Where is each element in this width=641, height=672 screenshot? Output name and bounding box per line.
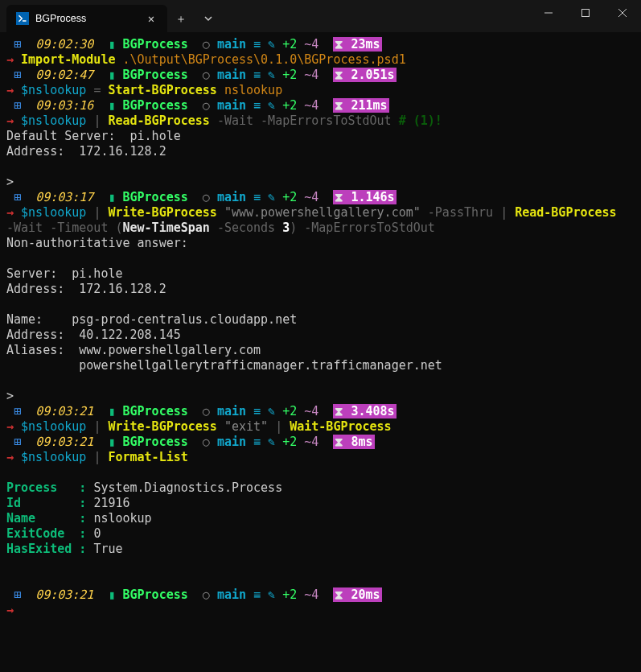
github-icon: ○	[203, 98, 210, 113]
prompt-modified: ~4	[304, 37, 318, 52]
prompt-time: 09:03:21	[35, 435, 93, 449]
prompt-arrow-icon: →	[6, 205, 14, 220]
command-line: → $nslookup = Start-BGProcess nslookup	[6, 83, 635, 98]
prompt-duration: ⧗ 8ms	[333, 435, 374, 449]
prompt-folder: BGProcess	[123, 68, 188, 82]
format-list-value: System.Diagnostics.Process	[93, 480, 282, 495]
prompt-branch: main	[217, 68, 246, 82]
prompt-branch: main	[217, 587, 246, 602]
format-list-value: nslookup	[93, 511, 151, 526]
command-line: → $nslookup | Format-List	[6, 450, 635, 465]
prompt-branch: main	[217, 190, 246, 204]
command-line-cont: -Wait -Timeout (New-TimeSpan -Seconds 3)…	[6, 221, 635, 236]
tab-dropdown-button[interactable]	[195, 5, 222, 32]
prompt-staged: +2	[282, 190, 297, 204]
github-icon: ○	[203, 68, 210, 82]
prompt-duration: ⧗ 1.146s	[333, 190, 396, 204]
prompt-folder: BGProcess	[123, 190, 188, 204]
new-tab-button[interactable]: ＋	[167, 5, 195, 32]
format-list-key: Process :	[6, 480, 86, 495]
branch-status-icons: ≡ ✎	[253, 587, 275, 602]
prompt-line: ⊞ 09:03:17 ▮ BGProcess ○ main ≡ ✎ +2 ~4 …	[6, 190, 635, 205]
output-line	[6, 373, 635, 389]
command-line: →	[6, 603, 635, 618]
format-list-key: HasExited :	[6, 542, 86, 556]
prompt-time: 09:03:21	[35, 404, 93, 418]
prompt-staged: +2	[282, 68, 297, 82]
prompt-branch: main	[217, 37, 246, 52]
folder-icon: ▮	[108, 404, 115, 418]
maximize-button[interactable]	[567, 0, 604, 26]
windows-icon: ⊞	[14, 587, 21, 602]
windows-icon: ⊞	[14, 435, 21, 449]
prompt-staged: +2	[282, 98, 297, 113]
windows-icon: ⊞	[14, 37, 21, 52]
terminal-content[interactable]: ⊞ 09:02:30 ▮ BGProcess ○ main ≡ ✎ +2 ~4 …	[0, 32, 641, 623]
format-list-row: HasExited : True	[6, 542, 635, 557]
prompt-branch: main	[217, 435, 246, 449]
tab-close-button[interactable]: ✕	[143, 11, 159, 27]
github-icon: ○	[203, 190, 210, 204]
windows-icon: ⊞	[14, 68, 21, 82]
output-line: Name: psg-prod-centralus.cloudapp.net	[6, 312, 635, 328]
folder-icon: ▮	[108, 587, 115, 602]
folder-icon: ▮	[108, 98, 115, 113]
prompt-folder: BGProcess	[123, 435, 188, 449]
prompt-duration: ⧗ 3.408s	[333, 404, 396, 418]
output-line: Server: pi.hole	[6, 266, 635, 282]
prompt-time: 09:02:30	[35, 37, 93, 52]
prompt-duration: ⧗ 23ms	[333, 37, 381, 52]
prompt-folder: BGProcess	[123, 98, 188, 113]
output-line: >	[6, 175, 635, 190]
titlebar: BGProcess ✕ ＋	[0, 0, 641, 32]
prompt-line: ⊞ 09:02:30 ▮ BGProcess ○ main ≡ ✎ +2 ~4 …	[6, 37, 635, 52]
windows-icon: ⊞	[14, 404, 21, 418]
command-line: → Import-Module .\Output\BGProcess\0.1.0…	[6, 52, 635, 68]
prompt-modified: ~4	[304, 68, 318, 82]
prompt-branch: main	[217, 404, 246, 418]
powershell-icon	[16, 12, 29, 25]
output-line	[6, 572, 635, 587]
github-icon: ○	[203, 587, 210, 602]
branch-status-icons: ≡ ✎	[253, 68, 275, 82]
format-list-key: Id :	[6, 496, 86, 510]
branch-status-icons: ≡ ✎	[253, 435, 275, 449]
prompt-modified: ~4	[304, 98, 318, 113]
output-line	[6, 159, 635, 175]
svg-rect-1	[582, 10, 590, 17]
github-icon: ○	[203, 37, 210, 52]
format-list-value: 21916	[93, 496, 129, 510]
folder-icon: ▮	[108, 37, 115, 52]
prompt-arrow-icon: →	[6, 113, 14, 128]
output-line: Address: 172.16.128.2	[6, 282, 635, 297]
close-button[interactable]	[604, 0, 641, 26]
output-line: Non-authoritative answer:	[6, 236, 635, 251]
prompt-time: 09:02:47	[35, 68, 93, 82]
prompt-line: ⊞ 09:03:21 ▮ BGProcess ○ main ≡ ✎ +2 ~4 …	[6, 435, 635, 450]
output-line	[6, 557, 635, 572]
output-line: Aliases: www.powershellgallery.com	[6, 343, 635, 358]
branch-status-icons: ≡ ✎	[253, 98, 275, 113]
prompt-modified: ~4	[304, 404, 318, 418]
command-line: → $nslookup | Write-BGProcess "exit" | W…	[6, 419, 635, 435]
format-list-row: Id : 21916	[6, 496, 635, 511]
output-line: Default Server: pi.hole	[6, 129, 635, 144]
minimize-button[interactable]	[530, 0, 567, 26]
prompt-duration: ⧗ 2.051s	[333, 68, 396, 82]
folder-icon: ▮	[108, 68, 115, 82]
github-icon: ○	[203, 435, 210, 449]
branch-status-icons: ≡ ✎	[253, 404, 275, 418]
windows-icon: ⊞	[14, 98, 21, 113]
format-list-row: Process : System.Diagnostics.Process	[6, 480, 635, 496]
tab-title: BGProcess	[35, 11, 137, 27]
format-list-value: True	[93, 542, 122, 556]
prompt-arrow-icon: →	[6, 83, 14, 97]
format-list-value: 0	[93, 526, 101, 541]
prompt-duration: ⧗ 211ms	[333, 98, 388, 113]
output-line	[6, 297, 635, 312]
format-list-key: ExitCode :	[6, 526, 86, 541]
prompt-modified: ~4	[304, 587, 318, 602]
prompt-folder: BGProcess	[123, 37, 188, 52]
terminal-tab[interactable]: BGProcess ✕	[6, 5, 167, 32]
prompt-arrow-icon: →	[6, 450, 14, 464]
